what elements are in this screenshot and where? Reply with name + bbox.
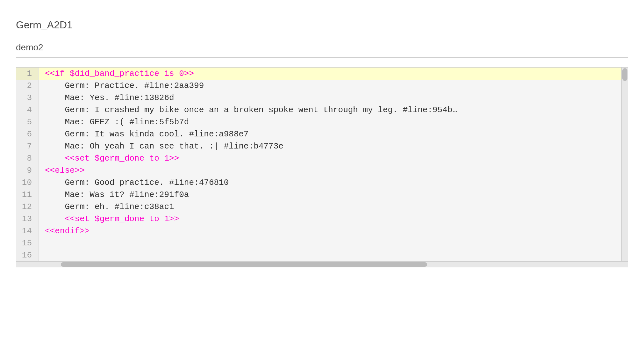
line-number-4: 4: [16, 104, 39, 116]
line-number-5: 5: [16, 116, 39, 128]
line-content-10: Germ: Good practice. #line:476810: [39, 177, 628, 189]
line-content-16: [39, 249, 628, 261]
line-content-15: [39, 237, 628, 249]
code-line-1[interactable]: 1<<if $did_band_practice is 0>>: [16, 68, 628, 80]
editor-scroll-area[interactable]: 1<<if $did_band_practice is 0>>2 Germ: P…: [16, 68, 628, 261]
line-content-5: Mae: GEEZ :( #line:5f5b7d: [39, 116, 628, 128]
page-subtitle: demo2: [16, 42, 43, 52]
title-section: Germ_A2D1: [16, 13, 628, 36]
vertical-scrollbar[interactable]: [621, 68, 628, 261]
line-number-13: 13: [16, 213, 39, 225]
code-line-10[interactable]: 10 Germ: Good practice. #line:476810: [16, 177, 628, 189]
code-line-4[interactable]: 4 Germ: I crashed my bike once an a brok…: [16, 104, 628, 116]
line-number-2: 2: [16, 80, 39, 92]
code-line-5[interactable]: 5 Mae: GEEZ :( #line:5f5b7d: [16, 116, 628, 128]
code-line-14[interactable]: 14<<endif>>: [16, 225, 628, 237]
horizontal-scrollbar[interactable]: [16, 261, 628, 267]
horizontal-scrollbar-thumb[interactable]: [61, 262, 427, 267]
page-container: Germ_A2D1 demo2 1<<if $did_band_practice…: [0, 0, 644, 267]
line-content-13: <<set $germ_done to 1>>: [39, 213, 628, 225]
line-content-12: Germ: eh. #line:c38ac1: [39, 201, 628, 213]
line-number-1: 1: [16, 68, 39, 80]
code-line-8[interactable]: 8 <<set $germ_done to 1>>: [16, 152, 628, 164]
code-line-15[interactable]: 15: [16, 237, 628, 249]
code-line-3[interactable]: 3 Mae: Yes. #line:13826d: [16, 92, 628, 104]
subtitle-section: demo2: [16, 36, 628, 57]
subtitle-divider: [16, 57, 628, 58]
line-number-9: 9: [16, 164, 39, 177]
vertical-scrollbar-thumb[interactable]: [622, 68, 627, 81]
line-number-8: 8: [16, 152, 39, 164]
line-content-3: Mae: Yes. #line:13826d: [39, 92, 628, 104]
code-line-9[interactable]: 9<<else>>: [16, 164, 628, 177]
line-content-2: Germ: Practice. #line:2aa399: [39, 80, 628, 92]
line-content-7: Mae: Oh yeah I can see that. :| #line:b4…: [39, 140, 628, 152]
line-number-6: 6: [16, 128, 39, 140]
code-line-13[interactable]: 13 <<set $germ_done to 1>>: [16, 213, 628, 225]
code-editor: 1<<if $did_band_practice is 0>>2 Germ: P…: [16, 68, 628, 261]
code-line-6[interactable]: 6 Germ: It was kinda cool. #line:a988e7: [16, 128, 628, 140]
line-content-9: <<else>>: [39, 164, 628, 177]
line-number-11: 11: [16, 189, 39, 201]
line-content-14: <<endif>>: [39, 225, 628, 237]
line-number-3: 3: [16, 92, 39, 104]
line-content-8: <<set $germ_done to 1>>: [39, 152, 628, 164]
line-number-10: 10: [16, 177, 39, 189]
code-line-2[interactable]: 2 Germ: Practice. #line:2aa399: [16, 80, 628, 92]
line-content-6: Germ: It was kinda cool. #line:a988e7: [39, 128, 628, 140]
line-content-11: Mae: Was it? #line:291f0a: [39, 189, 628, 201]
line-content-4: Germ: I crashed my bike once an a broken…: [39, 104, 628, 116]
code-line-11[interactable]: 11 Mae: Was it? #line:291f0a: [16, 189, 628, 201]
line-number-16: 16: [16, 249, 39, 261]
line-number-15: 15: [16, 237, 39, 249]
page-title: Germ_A2D1: [16, 19, 73, 31]
line-content-1: <<if $did_band_practice is 0>>: [39, 68, 628, 80]
line-number-12: 12: [16, 201, 39, 213]
code-editor-container[interactable]: 1<<if $did_band_practice is 0>>2 Germ: P…: [16, 67, 628, 267]
code-line-7[interactable]: 7 Mae: Oh yeah I can see that. :| #line:…: [16, 140, 628, 152]
line-number-7: 7: [16, 140, 39, 152]
line-number-14: 14: [16, 225, 39, 237]
code-line-16[interactable]: 16: [16, 249, 628, 261]
code-line-12[interactable]: 12 Germ: eh. #line:c38ac1: [16, 201, 628, 213]
